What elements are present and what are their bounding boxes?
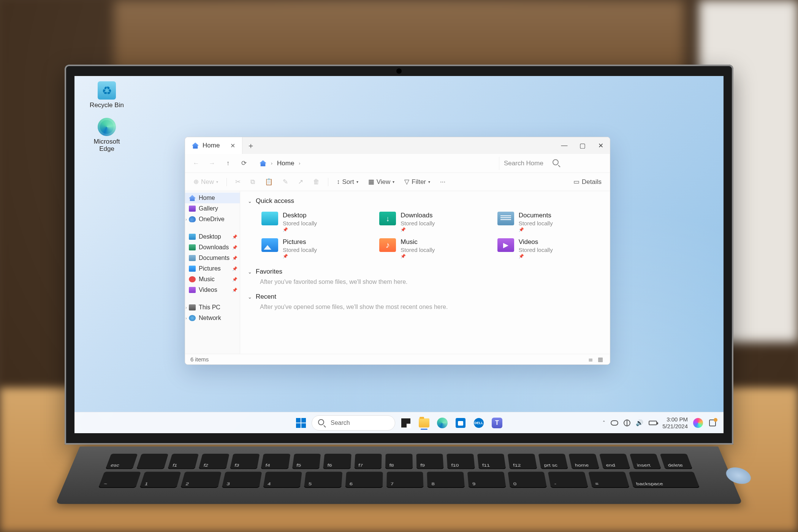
more-button[interactable]: ··· — [436, 176, 449, 188]
nav-item-onedrive[interactable]: ›OneDrive — [185, 214, 240, 225]
sort-button[interactable]: ↕ Sort ▾ — [333, 176, 362, 188]
search-placeholder: Search — [331, 420, 350, 426]
home-icon — [192, 142, 199, 149]
desktop-icon-label: Recycle Bin — [86, 102, 128, 109]
onedrive-tray-icon[interactable] — [611, 420, 618, 426]
pin-icon: 📌 — [283, 254, 317, 259]
pin-icon: 📌 — [232, 288, 238, 293]
forward-button[interactable]: → — [206, 157, 218, 170]
taskbar[interactable]: Search DELL T ˄ 🔊 3:00 PM 5/2 — [74, 412, 724, 433]
item-name: Music — [401, 238, 435, 246]
quick-access-item[interactable]: Pictures Stored locally 📌 — [260, 237, 366, 260]
search-input[interactable]: Search Home — [499, 157, 605, 170]
key: esc — [106, 454, 138, 469]
details-view-button[interactable]: ≣ — [587, 355, 595, 364]
up-button[interactable]: ↑ — [222, 157, 234, 170]
quick-access-item[interactable]: Documents Stored locally 📌 — [496, 210, 602, 234]
nav-item-gallery[interactable]: Gallery — [185, 203, 240, 214]
nav-item-home[interactable]: Home — [185, 193, 240, 203]
nav-item-this-pc[interactable]: ›This PC — [185, 302, 240, 313]
key: 8 — [427, 472, 465, 488]
thumbnails-view-button[interactable]: ▦ — [596, 355, 605, 364]
new-tab-button[interactable]: ＋ — [242, 137, 259, 154]
nav-item-videos[interactable]: Videos📌 — [185, 285, 240, 295]
file-explorer-window[interactable]: Home ✕ ＋ — ▢ ✕ ← → ↑ ⟳ — [185, 137, 610, 365]
clock[interactable]: 3:00 PM 5/21/2024 — [662, 416, 688, 429]
tab-home[interactable]: Home ✕ — [185, 137, 242, 154]
key: 5 — [304, 472, 342, 488]
key: f2 — [199, 454, 230, 469]
chevron-right-icon[interactable]: › — [185, 306, 188, 310]
network-tray-icon[interactable] — [624, 420, 630, 426]
filter-button[interactable]: ▽ Filter ▾ — [401, 176, 434, 188]
notifications-button[interactable] — [708, 419, 717, 427]
section-header-recent[interactable]: ⌄Recent — [248, 291, 602, 302]
start-button[interactable] — [293, 415, 309, 431]
breadcrumb[interactable]: › Home › — [253, 160, 306, 167]
pin-icon: 📌 — [232, 234, 238, 239]
battery-tray-icon[interactable] — [649, 421, 657, 425]
key: 1 — [139, 472, 181, 488]
item-location: Stored locally — [401, 247, 435, 253]
downloads-icon — [189, 244, 196, 250]
key: insert — [630, 454, 662, 469]
recent-empty-message: After you've opened some files, we'll sh… — [248, 302, 602, 310]
back-button[interactable]: ← — [190, 157, 203, 170]
nav-item-documents[interactable]: Documents📌 — [185, 253, 240, 263]
chevron-right-icon[interactable]: › — [185, 316, 188, 320]
section-header-favorites[interactable]: ⌄Favorites — [248, 266, 602, 277]
quick-access-item[interactable]: Videos Stored locally 📌 — [496, 237, 602, 260]
divider — [328, 178, 328, 186]
refresh-button[interactable]: ⟳ — [238, 157, 250, 170]
titlebar[interactable]: Home ✕ ＋ — ▢ ✕ — [185, 137, 610, 154]
taskbar-app-teams[interactable]: T — [489, 415, 505, 431]
folder-icon — [261, 238, 278, 252]
key: 7 — [386, 472, 424, 488]
task-view-button[interactable] — [398, 415, 413, 431]
copy-button: ⧉ — [247, 176, 259, 188]
breadcrumb-item[interactable]: Home — [277, 160, 294, 167]
nav-item-downloads[interactable]: Downloads📌 — [185, 242, 240, 253]
maximize-button[interactable]: ▢ — [573, 137, 592, 154]
folder-icon — [261, 212, 278, 225]
pictures-icon — [189, 266, 196, 272]
search-icon — [318, 419, 327, 427]
taskbar-app-dell[interactable]: DELL — [471, 415, 486, 431]
pc-icon — [189, 304, 196, 310]
taskbar-app-file-explorer[interactable] — [416, 415, 432, 431]
navigation-pane[interactable]: Home Gallery ›OneDrive Desktop📌 Download… — [185, 191, 240, 354]
taskbar-app-edge[interactable] — [435, 415, 450, 431]
copilot-button[interactable] — [693, 418, 703, 428]
key: 0 — [508, 472, 547, 488]
new-button[interactable]: ⊕ New ▾ — [190, 176, 222, 188]
taskbar-search[interactable]: Search — [312, 415, 395, 431]
close-button[interactable]: ✕ — [592, 137, 610, 154]
nav-item-network[interactable]: ›Network — [185, 313, 240, 323]
nav-item-music[interactable]: Music📌 — [185, 274, 240, 285]
section-header-quick-access[interactable]: ⌄Quick access — [248, 196, 602, 206]
quick-access-item[interactable]: Downloads Stored locally 📌 — [378, 210, 484, 234]
view-button[interactable]: ▦ View ▾ — [364, 176, 399, 188]
quick-access-item[interactable]: Music Stored locally 📌 — [378, 237, 484, 260]
minimize-button[interactable]: — — [555, 137, 573, 154]
command-bar: ⊕ New ▾ ✂ ⧉ 📋 ✎ ↗ 🗑 ↕ Sort ▾ ▦ View ▾ ▽ … — [185, 173, 610, 191]
tray-overflow-button[interactable]: ˄ — [603, 420, 605, 426]
laptop-bezel: Recycle Bin Microsoft Edge Home ✕ ＋ — — [65, 65, 733, 445]
rename-button: ✎ — [279, 176, 292, 188]
content-pane[interactable]: ⌄Quick access Desktop Stored locally 📌 D… — [240, 191, 610, 354]
details-button[interactable]: ▭ Details — [570, 176, 605, 188]
item-location: Stored locally — [519, 247, 553, 253]
volume-tray-icon[interactable]: 🔊 — [636, 419, 643, 426]
chevron-right-icon[interactable]: › — [185, 217, 188, 222]
windows-desktop[interactable]: Recycle Bin Microsoft Edge Home ✕ ＋ — — [74, 76, 724, 433]
chevron-down-icon: ⌄ — [248, 269, 252, 275]
nav-item-desktop[interactable]: Desktop📌 — [185, 231, 240, 242]
taskbar-app-store[interactable] — [453, 415, 468, 431]
nav-item-pictures[interactable]: Pictures📌 — [185, 263, 240, 274]
desktop-icon-recycle-bin[interactable]: Recycle Bin — [86, 81, 128, 109]
tab-close-button[interactable]: ✕ — [230, 142, 235, 149]
recycle-bin-icon — [98, 81, 116, 100]
desktop-icon-edge[interactable]: Microsoft Edge — [86, 118, 128, 152]
pin-icon: 📌 — [232, 256, 238, 261]
quick-access-item[interactable]: Desktop Stored locally 📌 — [260, 210, 366, 234]
